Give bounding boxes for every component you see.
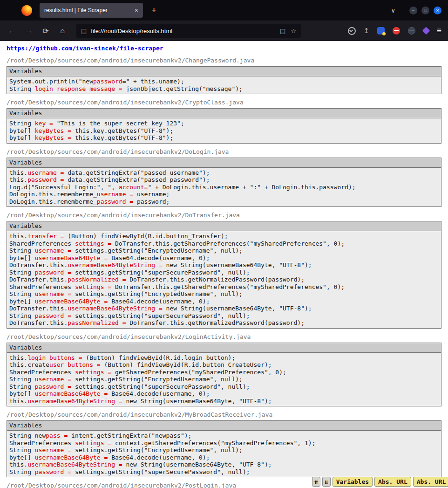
url-text[interactable]: file:///root/Desktop/results.html [91,27,275,34]
variables-table: VariablesString key = "This is the super… [7,108,441,144]
variables-table: VariablesSystem.out.println("newpassword… [7,66,441,94]
code-line: SharedPreferences settings = DoTransfer.… [9,283,439,291]
variables-table-header: Variables [7,158,441,167]
highlighted-match: pass = [46,432,68,439]
highlighted-match: username = [35,290,71,297]
file-path: /root/Desktop/sources/com/android/insecu… [7,148,441,156]
scroll-to-top-button[interactable]: ⇈ [312,477,320,487]
new-tab-button[interactable]: + [149,5,159,15]
maximize-button[interactable]: □ [421,7,429,14]
code-line: this.login_buttons = (Button) findViewBy… [9,354,439,362]
jump-button[interactable]: Variables [333,477,373,487]
variables-table-header: Variables [7,221,441,231]
highlighted-match: passNormalized = [68,276,126,283]
page-info-icon[interactable]: ▤ [81,27,87,34]
code-line: DoTransfer.this.usernameBase64ByteString… [9,261,439,269]
variables-table-header: Variables [7,109,441,118]
code-line: String username = settings.getString("En… [9,247,439,254]
variables-table-header: Variables [7,67,441,76]
highlighted-match: settings = [75,283,111,290]
code-line: String password = settings.getString("su… [9,269,439,276]
browser-window: results.html | File Scraper × + ∨ – □ × … [0,0,448,488]
home-icon[interactable]: ⌂ [55,23,70,38]
variables-table-header: Variables [7,343,441,352]
extension-purple-icon[interactable] [422,27,430,35]
highlighted-match: username = [97,191,133,198]
save-to-library-icon[interactable]: ↥ [364,27,370,35]
highlighted-match: usernameBase64Byte = [35,254,108,261]
code-line: byte[] usernameBase64Byte = Base64.decod… [9,298,439,305]
code-line: String password = settings.getString("su… [9,468,439,476]
extension-globe-icon[interactable] [408,27,415,34]
firefox-logo-icon[interactable] [21,5,32,16]
repo-link[interactable]: https://github.com/ivan-sincek/file-scra… [7,45,163,52]
highlighted-match: usernameBase64ByteString = [68,305,163,312]
code-line: String password = settings.getString("su… [9,312,439,320]
variables-table: Variablesthis.login_buttons = (Button) f… [7,343,441,407]
code-line: Log.d("Successful Login:", ", account=" … [9,184,439,191]
code-line: SharedPreferences settings = getSharedPr… [9,369,439,376]
code-line: byte[] keyBytes = this.key.getBytes("UTF… [9,134,439,142]
close-window-button[interactable]: × [434,7,441,14]
list-tabs-chevron-icon[interactable]: ∨ [391,7,395,14]
window-controls: – □ × [409,7,441,14]
variables-table-header: Variables [7,421,441,431]
highlighted-match: password = [35,383,71,390]
highlighted-match: transfer = [27,233,64,240]
code-line: String newpass = intent.getStringExtra("… [9,432,439,440]
code-line: byte[] usernameBase64Byte = Base64.decod… [9,254,439,262]
highlighted-match: usernameBase64Byte = [35,390,108,397]
scroll-to-bottom-button[interactable]: ⇊ [322,477,331,487]
jump-button[interactable]: Abs. URL [374,477,411,487]
highlighted-match: password = [35,312,71,319]
extension-red-icon[interactable] [393,27,400,34]
code-line: this.username = data.getStringExtra("pas… [9,169,439,177]
code-line: this.usernameBase64ByteString = new Stri… [9,398,439,405]
highlighted-match: usernameBase64ByteString = [68,261,163,268]
variables-table-body: String key = "This is the super secret k… [7,118,441,144]
reload-icon[interactable]: ⟳ [38,23,53,38]
highlighted-match: password = [97,198,133,205]
highlighted-match: user_buttons = [49,361,101,368]
highlighted-match: settings = [75,240,111,247]
highlighted-match: usernameBase64Byte = [35,298,108,305]
highlighted-match: passNormalized = [68,319,126,326]
variables-table-body: this.username = data.getStringExtra("pas… [7,167,441,207]
highlighted-match: usernameBase64Byte = [35,454,108,461]
highlighted-match: password = [35,468,71,475]
code-line: String password = settings.getString("su… [9,383,439,391]
highlighted-match: settings = [75,369,111,376]
code-line: byte[] usernameBase64Byte = Base64.decod… [9,390,439,398]
pocket-icon[interactable] [348,27,356,35]
code-line: DoLogin.this.rememberme_username = usern… [9,191,439,198]
file-path: /root/Desktop/sources/com/android/insecu… [7,212,441,219]
highlighted-match: keyBytes = [35,134,71,141]
code-line: this.password = data.getStringExtra("pas… [9,176,439,184]
hamburger-menu-icon[interactable]: ≡ [437,26,441,35]
url-bar[interactable]: ▤ file:///root/Desktop/results.html ▤ ☆ [76,24,301,38]
jump-controls: ⇈ ⇊ VariablesAbs. URLAbs. URL [312,477,448,487]
extension-blue-icon[interactable] [377,27,385,34]
tab-results[interactable]: results.html | File Scraper × [40,3,143,18]
tab-close-icon[interactable]: × [135,7,138,14]
code-line: DoTransfer.this.passNormalized = DoTrans… [9,276,439,283]
file-path: /root/Desktop/sources/com/android/insecu… [7,57,441,64]
variables-table-body: String newpass = intent.getStringExtra("… [7,431,441,477]
reader-mode-icon[interactable]: ▤ [280,27,285,34]
highlighted-match: username = [35,247,71,254]
highlighted-match: password [93,78,122,85]
back-icon[interactable]: ← [5,23,20,38]
jump-button[interactable]: Abs. URL [413,477,448,487]
code-line: DoTransfer.this.usernameBase64ByteString… [9,305,439,312]
code-line: String login_response_message = jsonObje… [9,85,439,93]
forward-icon[interactable]: → [21,23,36,38]
toolbar-actions: ↥ ≡ [348,26,442,35]
highlighted-match: usernameBase64ByteString = [27,398,122,405]
highlighted-match: login_buttons = [27,354,82,361]
page-content: https://github.com/ivan-sincek/file-scra… [0,41,448,488]
variables-table: Variablesthis.username = data.getStringE… [7,158,441,207]
bookmark-star-icon[interactable]: ☆ [291,27,296,34]
variables-table-body: this.transfer = (Button) findViewById(R.… [7,231,441,329]
code-line: SharedPreferences settings = DoTransfer.… [9,240,439,247]
minimize-button[interactable]: – [409,7,417,14]
